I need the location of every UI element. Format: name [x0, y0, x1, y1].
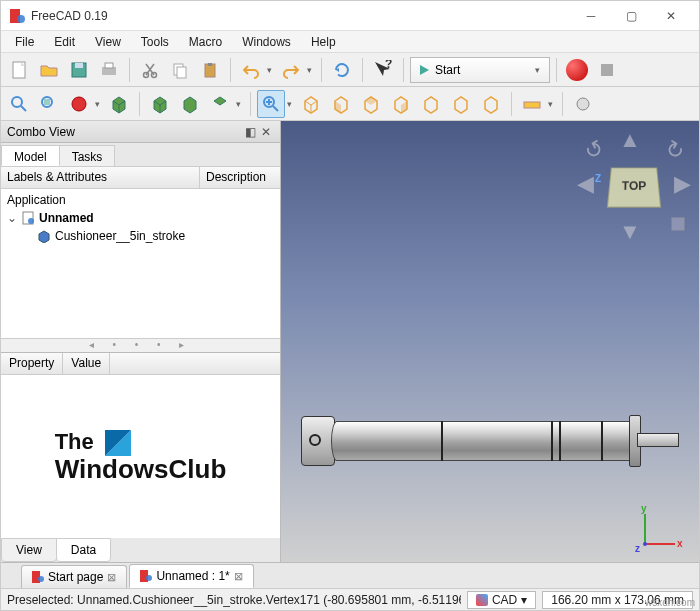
- workbench-label: Start: [435, 63, 531, 77]
- bounding-box-button[interactable]: [105, 90, 133, 118]
- expand-icon[interactable]: ⌄: [7, 211, 17, 225]
- whatsthis-button[interactable]: ?: [369, 56, 397, 84]
- property-tabs: View Data: [1, 538, 280, 562]
- app-icon: [9, 8, 25, 24]
- tree-item[interactable]: Cushioneer__5in_stroke: [3, 227, 278, 245]
- new-button[interactable]: [5, 56, 33, 84]
- svg-text:?: ?: [385, 60, 392, 71]
- save-button[interactable]: [65, 56, 93, 84]
- navcube-left[interactable]: ◀: [577, 171, 594, 197]
- fit-all-button[interactable]: [5, 90, 33, 118]
- copy-button[interactable]: [166, 56, 194, 84]
- navcube-z: Z: [595, 173, 601, 184]
- cylinder-rod: [637, 433, 679, 447]
- menu-file[interactable]: File: [5, 33, 44, 51]
- close-icon[interactable]: ⊠: [107, 571, 116, 584]
- paste-button[interactable]: [196, 56, 224, 84]
- combo-tabs: Model Tasks: [1, 143, 280, 167]
- view-rear-button[interactable]: [417, 90, 445, 118]
- toolbar-file: ▾ ▾ ? Start ▾: [1, 53, 699, 87]
- doctab-start[interactable]: Start page ⊠: [21, 565, 127, 588]
- navcube-up[interactable]: ▲: [619, 127, 641, 153]
- tree-root[interactable]: Application: [3, 191, 278, 209]
- combo-scroll[interactable]: ◂ • • • ▸: [1, 338, 280, 352]
- navcube-face[interactable]: TOP: [607, 168, 661, 208]
- cylinder-object[interactable]: [301, 411, 679, 471]
- combo-float-button[interactable]: ◧: [242, 125, 258, 139]
- navcube-rot-cw[interactable]: ↻: [660, 134, 689, 166]
- menu-windows[interactable]: Windows: [232, 33, 301, 51]
- cylinder-band: [559, 421, 561, 461]
- menu-tools[interactable]: Tools: [131, 33, 179, 51]
- svg-rect-11: [177, 67, 186, 78]
- freecad-icon: [140, 570, 152, 582]
- tab-data[interactable]: Data: [56, 538, 111, 562]
- maximize-button[interactable]: ▢: [611, 2, 651, 30]
- tab-tasks[interactable]: Tasks: [59, 145, 116, 166]
- col-property[interactable]: Property: [1, 353, 63, 374]
- record-icon: [566, 59, 588, 81]
- workbench-selector[interactable]: Start ▾: [410, 57, 550, 83]
- svg-rect-5: [75, 63, 83, 68]
- tab-view[interactable]: View: [1, 538, 57, 562]
- refresh-button[interactable]: [328, 56, 356, 84]
- menu-view[interactable]: View: [85, 33, 131, 51]
- cylinder-body: [331, 421, 639, 461]
- menu-help[interactable]: Help: [301, 33, 346, 51]
- open-button[interactable]: [35, 56, 63, 84]
- svg-point-18: [12, 97, 22, 107]
- view-iso-button[interactable]: [297, 90, 325, 118]
- cylinder-band: [601, 421, 603, 461]
- navcube-right[interactable]: ▶: [674, 171, 691, 197]
- start-icon: [417, 63, 431, 77]
- isometric-button[interactable]: [146, 90, 174, 118]
- combo-title: Combo View: [7, 125, 242, 139]
- nav-style[interactable]: CAD ▾: [467, 591, 536, 609]
- doctab-unnamed[interactable]: Unnamed : 1* ⊠: [129, 564, 253, 588]
- svg-marker-16: [420, 65, 429, 75]
- combo-close-button[interactable]: ✕: [258, 125, 274, 139]
- svg-point-21: [72, 97, 86, 111]
- col-value[interactable]: Value: [63, 353, 110, 374]
- front-view-button[interactable]: [176, 90, 204, 118]
- nav-cube[interactable]: ▲ ▼ ◀ ▶ ↺ ↻ Z TOP: [579, 131, 689, 241]
- measure-button[interactable]: [518, 90, 546, 118]
- top-view-button[interactable]: [206, 90, 234, 118]
- svg-text:y: y: [641, 504, 647, 514]
- menubar: File Edit View Tools Macro Windows Help: [1, 31, 699, 53]
- tree[interactable]: Application ⌄ Unnamed Cushioneer__5in_st…: [1, 189, 280, 338]
- tree-doc[interactable]: ⌄ Unnamed: [3, 209, 278, 227]
- combo-header: Combo View ◧ ✕: [1, 121, 280, 143]
- app-title: FreeCAD 0.19: [31, 9, 571, 23]
- draw-style-button[interactable]: [65, 90, 93, 118]
- menu-edit[interactable]: Edit: [44, 33, 85, 51]
- tab-model[interactable]: Model: [1, 145, 60, 166]
- svg-point-1: [17, 15, 25, 23]
- view-top-button[interactable]: [357, 90, 385, 118]
- undo-button[interactable]: [237, 56, 265, 84]
- cut-button[interactable]: [136, 56, 164, 84]
- minimize-button[interactable]: ─: [571, 2, 611, 30]
- view-bottom-button[interactable]: [447, 90, 475, 118]
- 3d-viewport[interactable]: ▲ ▼ ◀ ▶ ↺ ↻ Z TOP x y z: [281, 121, 699, 562]
- status-dims: 166.20 mm x 173.06 mm: [542, 591, 693, 609]
- close-icon[interactable]: ⊠: [234, 570, 243, 583]
- menu-macro[interactable]: Macro: [179, 33, 232, 51]
- close-button[interactable]: ✕: [651, 2, 691, 30]
- fit-selection-button[interactable]: [35, 90, 63, 118]
- navcube-rot-ccw[interactable]: ↺: [580, 134, 609, 166]
- record-macro-button[interactable]: [563, 56, 591, 84]
- view-front-button[interactable]: [327, 90, 355, 118]
- navcube-down[interactable]: ▼: [619, 219, 641, 245]
- print-button[interactable]: [95, 56, 123, 84]
- stop-macro-button[interactable]: [593, 56, 621, 84]
- view-right-button[interactable]: [387, 90, 415, 118]
- part-button[interactable]: [569, 90, 597, 118]
- col-desc[interactable]: Description: [200, 167, 280, 188]
- view-left-button[interactable]: [477, 90, 505, 118]
- toolbar-view: ▾ ▾ ▾ ▾: [1, 87, 699, 121]
- zoom-in-button[interactable]: [257, 90, 285, 118]
- navcube-mini[interactable]: [671, 217, 685, 231]
- col-labels[interactable]: Labels & Attributes: [1, 167, 200, 188]
- redo-button[interactable]: [277, 56, 305, 84]
